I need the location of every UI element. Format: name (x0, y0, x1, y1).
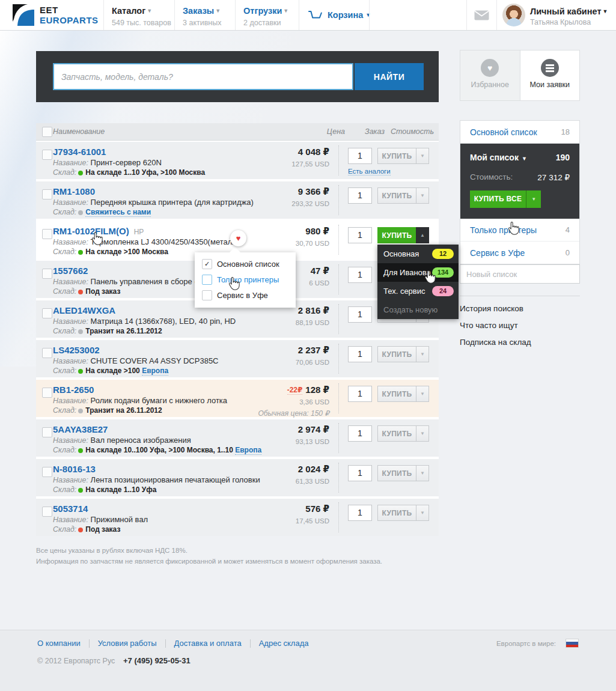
row-checkbox[interactable] (42, 388, 52, 398)
buy-button[interactable]: КУПИТЬ (377, 386, 429, 402)
footer-link-delivery[interactable]: Доставка и оплата (174, 639, 242, 648)
quantity-input[interactable]: 1 (348, 346, 372, 362)
row-checkbox[interactable] (42, 269, 52, 279)
avatar[interactable] (502, 4, 525, 26)
sidebar-link-popular-searches[interactable]: Что часто ищут (460, 321, 518, 330)
part-number-link[interactable]: ALED14WXGA (53, 305, 115, 315)
nav-shipments[interactable]: Отгрузки▼ 2 доставки (243, 5, 288, 28)
checkbox-checked-icon[interactable] (202, 259, 212, 269)
part-number-link[interactable]: 1557662 (53, 266, 88, 276)
quantity-input[interactable]: 1 (348, 386, 372, 402)
buy-dropdown-arrow[interactable] (416, 346, 429, 362)
buy-button[interactable]: КУПИТЬ (377, 505, 429, 521)
favorites-popup-item[interactable]: Основной список (202, 259, 288, 269)
buy-list-create-option[interactable]: Создать новую (377, 300, 459, 319)
buy-dropdown-arrow[interactable] (416, 425, 429, 442)
russia-flag-icon[interactable] (566, 639, 579, 648)
part-number-link[interactable]: RM1-1080 (53, 186, 95, 196)
quantity-input[interactable]: 1 (348, 425, 372, 442)
table-row: RM1-1080 Название: Передняя крышка принт… (36, 181, 439, 219)
price-rub: 47 ₽ (311, 266, 329, 276)
row-checkbox[interactable] (42, 467, 52, 477)
nav-orders[interactable]: Заказы▼ 3 активных (183, 5, 221, 28)
buy-dropdown-arrow[interactable] (416, 187, 429, 204)
search-input[interactable] (53, 63, 353, 90)
cart-button[interactable]: Корзина ▼ (308, 0, 371, 30)
table-row: 5AAYA38E27 Название: Вал переноса изобра… (36, 419, 439, 457)
favorites-popup-item[interactable]: Сервис в Уфе (202, 290, 288, 300)
favorite-heart-icon[interactable]: ♥ (230, 230, 246, 246)
footer-link-warehouse[interactable]: Адрес склада (259, 639, 309, 648)
buy-list-option[interactable]: Для Иванова 134 (377, 263, 459, 282)
row-checkbox[interactable] (42, 189, 52, 199)
price-rub: 980 ₽ (305, 226, 329, 236)
buy-button[interactable]: КУПИТЬ (377, 187, 429, 204)
stock-link[interactable]: Европа (235, 446, 261, 455)
sidebar-list-my[interactable]: Мой список▼ 190 (470, 152, 570, 163)
chevron-down-icon: ▼ (215, 8, 221, 14)
tab-my-requests[interactable]: Мои заявки (520, 50, 580, 100)
quantity-input[interactable]: 1 (348, 465, 372, 481)
buy-button[interactable]: КУПИТЬ (377, 346, 429, 362)
part-number-link[interactable]: 5053714 (53, 504, 88, 514)
tab-favorites[interactable]: ♥ Избранное (460, 50, 520, 100)
stock-link[interactable]: Европа (142, 367, 168, 376)
row-checkbox[interactable] (42, 308, 52, 318)
price-usd: 61,33 USD (296, 477, 329, 486)
buy-button[interactable]: КУПИТЬ (377, 227, 429, 243)
buy-dropdown-arrow[interactable] (416, 505, 429, 521)
part-number-link[interactable]: N-8016-13 (53, 464, 96, 474)
part-number-link[interactable]: J7934-61001 (53, 147, 106, 157)
sidebar-link-search-history[interactable]: История поисков (460, 304, 523, 313)
product-name: Прижимной вал (91, 515, 148, 524)
buy-button[interactable]: КУПИТЬ (377, 148, 429, 164)
part-number-link[interactable]: RB1-2650 (53, 385, 94, 395)
logo[interactable]: EET EUROPARTS (12, 4, 99, 26)
buy-dropdown-arrow[interactable] (416, 465, 429, 481)
sidebar-list-printers[interactable]: Только принтеры 4 (460, 219, 579, 242)
new-list-input[interactable] (460, 264, 580, 284)
select-all-checkbox[interactable] (42, 127, 52, 137)
quantity-input[interactable]: 1 (348, 505, 372, 521)
quantity-input[interactable]: 1 (348, 227, 372, 243)
stock-link[interactable]: Свяжитесь с нами (85, 208, 151, 217)
row-checkbox[interactable] (42, 507, 52, 517)
row-checkbox[interactable] (42, 150, 52, 160)
buy-list-option[interactable]: Основная 12 (377, 245, 459, 263)
checkbox-icon[interactable] (202, 290, 212, 300)
buy-button[interactable]: КУПИТЬ (377, 425, 429, 442)
buy-all-dropdown-arrow[interactable]: ▼ (526, 190, 541, 208)
buy-all-button[interactable]: КУПИТЬ ВСЕ ▼ (470, 190, 541, 208)
part-number-link[interactable]: 5AAYA38E27 (53, 424, 108, 434)
buy-button[interactable]: КУПИТЬ (377, 465, 429, 481)
part-number-link[interactable]: RM1-0102FILM(O) (53, 226, 129, 236)
quantity-input[interactable]: 1 (348, 187, 372, 204)
checkbox-icon[interactable] (202, 275, 212, 285)
buy-dropdown-arrow[interactable] (416, 386, 429, 402)
sidebar-list-service[interactable]: Сервис в Уфе 0 (460, 242, 579, 264)
buy-dropdown-arrow[interactable] (416, 227, 429, 243)
footer-link-about[interactable]: О компании (37, 639, 81, 648)
nav-catalog[interactable]: Каталог▼ 549 тыс. товаров (112, 5, 171, 28)
sidebar-link-stock-subscription[interactable]: Подписка на склад (460, 338, 531, 347)
row-checkbox[interactable] (42, 427, 52, 437)
row-checkbox[interactable] (42, 229, 52, 239)
analogs-link[interactable]: Есть аналоги (348, 168, 391, 175)
regular-price: Обычная цена: 150 ₽ (258, 409, 329, 418)
footer-link-terms[interactable]: Условия работы (98, 639, 157, 648)
favorites-popup-item[interactable]: Только принтеры (202, 275, 288, 285)
buy-dropdown-arrow[interactable] (416, 148, 429, 164)
sidebar-list-main[interactable]: Основной список 18 (460, 121, 579, 144)
quantity-input[interactable]: 1 (348, 306, 372, 323)
vendor-label: HP (134, 228, 144, 236)
quantity-input[interactable]: 1 (348, 267, 372, 283)
sidebar-list-selected: Мой список▼ 190 Стоимость: 27 312 ₽ КУПИ… (460, 144, 579, 219)
part-number-link[interactable]: LS4253002 (53, 345, 100, 355)
account-menu[interactable]: Личный кабинет▼ Татьяна Крылова (530, 5, 608, 27)
row-checkbox[interactable] (42, 348, 52, 358)
quantity-input[interactable]: 1 (348, 148, 372, 164)
buy-list-option[interactable]: Тех. сервис 24 (377, 282, 459, 300)
table-row: LS4253002 Название: CHUTE COVER A4 ASSY … (36, 340, 439, 377)
mail-button[interactable] (466, 0, 496, 30)
search-button[interactable]: НАЙТИ (355, 63, 424, 90)
